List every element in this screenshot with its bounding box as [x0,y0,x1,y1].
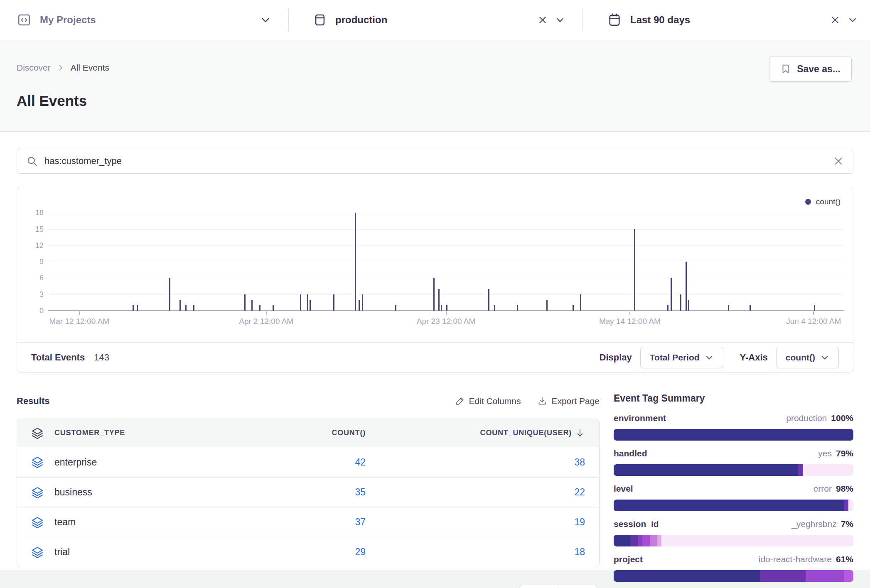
bookmark-icon [780,64,791,74]
chart-bar [362,294,363,311]
tag-bar [614,500,853,511]
tag-top-value: yes [818,448,832,458]
tag-name: project [614,554,643,564]
count-cell[interactable]: 29 [245,546,366,558]
project-selector-caret[interactable] [260,15,271,25]
pagination-next-button[interactable] [558,585,597,588]
stack-icon[interactable] [31,456,44,468]
chevron-down-icon [848,15,858,25]
tag-bar [614,570,853,582]
chart-bar [359,300,360,311]
chart-bar [169,278,170,311]
tag-summary-row: projectido-react-hardware61% [614,554,853,582]
project-selector-label: My Projects [40,14,96,26]
export-page-button[interactable]: Export Page [537,396,600,406]
date-range-value: Last 90 days [630,14,690,26]
chart-bar [573,305,574,311]
tag-bar-segment[interactable] [650,535,657,546]
column-header-count-unique[interactable]: COUNT_UNIQUE(USER) [480,429,572,437]
tag-bar-segment[interactable] [844,500,849,511]
x-axis-tick [266,311,267,315]
breadcrumb-current: All Events [71,63,109,73]
count-unique-cell[interactable]: 38 [366,457,585,468]
chart-bar [433,278,435,311]
tag-name: environment [614,413,666,423]
environment-clear-icon[interactable] [538,15,548,25]
count-unique-cell[interactable]: 18 [366,546,585,558]
tag-bar-segment[interactable] [614,429,853,441]
environment-caret[interactable] [555,15,565,25]
tag-bar-segment[interactable] [638,535,643,546]
window-icon [313,13,327,27]
sort-descending-icon[interactable] [575,428,585,438]
edit-columns-button[interactable]: Edit Columns [455,396,521,406]
chart-bar [355,213,356,311]
chart-bar [634,229,635,311]
breadcrumb-discover-link[interactable]: Discover [17,63,51,73]
count-cell[interactable]: 37 [245,517,366,528]
pagination-previous-button[interactable] [519,585,558,588]
tag-bar-segment[interactable] [630,535,637,546]
x-axis-tick-label: Jun 4 12:00 AM [786,317,841,326]
column-header-count[interactable]: COUNT() [245,429,366,437]
count-unique-cell[interactable]: 22 [366,487,585,498]
tag-bar [614,535,853,546]
tag-bar-segment[interactable] [760,570,806,582]
tag-bar-segment[interactable] [844,570,853,582]
chart-bar [133,305,134,311]
customer-type-cell: trial [54,546,70,558]
chart-bar [193,305,194,311]
date-range-selector[interactable]: Last 90 days [583,0,870,40]
results-table: CUSTOMER_TYPE COUNT() COUNT_UNIQUE(USER)… [17,419,600,567]
count-cell[interactable]: 35 [245,487,366,498]
y-axis-tick-label: 12 [35,241,44,250]
count-unique-cell[interactable]: 19 [366,517,585,528]
environment-selector[interactable]: production [289,0,582,40]
chart-bar [750,305,751,311]
x-axis-tick [79,311,80,315]
chevron-down-icon [820,353,829,362]
search-bar[interactable] [17,149,853,174]
stack-icon[interactable] [31,546,44,559]
tag-bar-segment[interactable] [657,535,662,546]
tag-bar-segment[interactable] [806,570,844,582]
table-row: team3719 [17,507,599,537]
date-caret[interactable] [848,15,858,25]
stack-icon[interactable] [31,486,44,499]
events-chart-panel: count() 0369121518 Mar 12 12:00 AMApr 2 … [17,187,853,372]
column-header-customer-type[interactable]: CUSTOMER_TYPE [54,429,125,437]
tag-bar-segment[interactable] [614,535,630,546]
tag-percent: 100% [831,413,853,423]
tag-bar-segment[interactable] [798,464,803,476]
calendar-icon [607,12,622,27]
stack-icon[interactable] [31,427,44,439]
tag-bar [614,429,853,441]
save-as-button[interactable]: Save as... [769,56,852,82]
search-clear-icon[interactable] [833,156,844,167]
chart-bar [251,300,253,311]
tag-bar-segment[interactable] [614,464,798,476]
chart-footer: Total Events 143 Display Total Period Y-… [17,342,853,372]
chart-gridline [48,262,844,262]
chart-bar [310,300,311,311]
project-selector[interactable]: My Projects [0,0,288,40]
y-axis-dropdown[interactable]: count() [776,347,839,368]
tag-percent: 79% [836,448,853,458]
page-header: Discover All Events Save as... All Event… [0,40,870,132]
y-axis-label: Y-Axis [740,352,768,363]
tag-bar-segment[interactable] [642,535,649,546]
tag-percent: 98% [836,484,853,494]
date-clear-icon[interactable] [830,15,840,25]
chart-plot [48,202,844,311]
tag-summary-row: environmentproduction100% [614,413,853,441]
tag-bar-segment[interactable] [614,500,844,511]
count-cell[interactable]: 42 [245,457,366,468]
chart-bar [686,262,687,311]
tag-summary-row: levelerror98% [614,484,853,511]
tag-percent: 7% [841,519,853,529]
y-axis-tick-label: 15 [35,225,44,233]
display-dropdown[interactable]: Total Period [640,347,723,368]
tag-bar-segment[interactable] [614,570,760,582]
stack-icon[interactable] [31,516,44,529]
search-input[interactable] [44,156,826,167]
